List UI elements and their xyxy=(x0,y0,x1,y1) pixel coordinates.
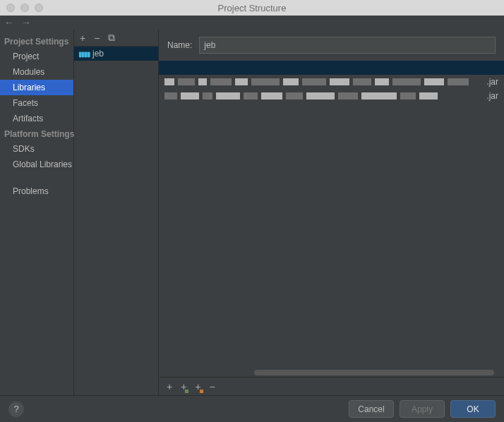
entries-toolbar: + + + − xyxy=(160,377,504,395)
ok-button[interactable]: OK xyxy=(450,400,496,418)
library-entry-row[interactable]: .jar xyxy=(159,89,504,103)
sidebar-item-problems[interactable]: Problems xyxy=(0,183,73,199)
entry-ext: .jar xyxy=(486,77,498,87)
sidebar-item-libraries[interactable]: Libraries xyxy=(0,80,73,95)
dialog-button-bar: ? Cancel Apply OK xyxy=(0,395,504,422)
sidebar-item-global-libraries[interactable]: Global Libraries xyxy=(0,157,73,172)
libraries-toolbar: + − ⧉ xyxy=(74,30,158,47)
remove-library-icon[interactable]: − xyxy=(94,32,100,44)
sidebar-item-modules[interactable]: Modules xyxy=(0,64,73,80)
name-row: Name: xyxy=(159,30,504,61)
name-label: Name: xyxy=(167,40,192,50)
window-title: Project Structure xyxy=(0,3,504,13)
cancel-button[interactable]: Cancel xyxy=(349,400,394,418)
sidebar-item-artifacts[interactable]: Artifacts xyxy=(0,111,73,126)
entry-ext: .jar xyxy=(486,91,498,101)
add-entry-attach-icon[interactable]: + xyxy=(181,381,186,392)
library-item-jeb[interactable]: ▮▮▮▮ jeb xyxy=(74,47,158,61)
library-icon: ▮▮▮▮ xyxy=(78,50,90,58)
library-entry-row[interactable]: .jar xyxy=(159,75,504,89)
sidebar: Project Settings Project Modules Librari… xyxy=(0,30,74,422)
remove-entry-icon[interactable]: − xyxy=(210,381,215,392)
titlebar: Project Structure xyxy=(0,0,504,16)
section-header-project: Project Settings xyxy=(0,34,73,49)
sidebar-item-project[interactable]: Project xyxy=(0,49,73,64)
section-header-platform: Platform Settings xyxy=(0,126,73,141)
apply-button: Apply xyxy=(400,400,445,418)
library-name-input[interactable] xyxy=(199,37,496,54)
libraries-column: + − ⧉ ▮▮▮▮ jeb xyxy=(74,30,159,422)
obscured-path xyxy=(164,78,482,85)
copy-library-icon[interactable]: ⧉ xyxy=(108,32,115,44)
library-entries-list[interactable]: .jar .jar xyxy=(159,61,504,422)
add-entry-icon[interactable]: + xyxy=(167,381,172,392)
add-entry-specify-icon[interactable]: + xyxy=(195,381,200,392)
details-scrollbar[interactable] xyxy=(254,370,494,375)
library-entry-row[interactable] xyxy=(159,61,504,75)
sidebar-item-sdks[interactable]: SDKs xyxy=(0,141,73,157)
add-library-icon[interactable]: + xyxy=(80,32,85,44)
sidebar-item-facets[interactable]: Facets xyxy=(0,95,73,111)
obscured-path xyxy=(164,92,482,100)
nav-back-icon[interactable]: ← xyxy=(4,17,14,28)
nav-forward-icon[interactable]: → xyxy=(21,17,31,28)
help-button[interactable]: ? xyxy=(8,402,24,417)
nav-toolbar: ← → xyxy=(0,16,504,30)
content-area: Project Settings Project Modules Librari… xyxy=(0,30,504,422)
library-item-label: jeb xyxy=(92,49,104,59)
details-panel: Name: .jar xyxy=(159,30,504,422)
